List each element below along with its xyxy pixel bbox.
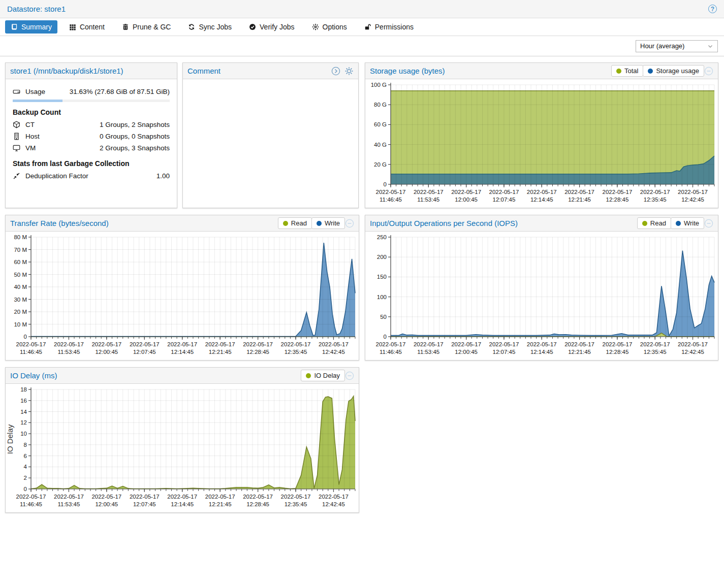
stat-label: VM: [25, 144, 36, 152]
svg-text:2022-05-17: 2022-05-17: [640, 189, 670, 195]
svg-text:12:35:45: 12:35:45: [644, 349, 667, 355]
legend-dot: [642, 221, 647, 226]
svg-text:80 M: 80 M: [14, 234, 27, 240]
svg-text:12:00:45: 12:00:45: [95, 349, 118, 355]
svg-text:2022-05-17: 2022-05-17: [281, 341, 311, 347]
svg-text:12:42:45: 12:42:45: [681, 349, 704, 355]
storage-usage-title: Storage usage (bytes): [370, 67, 445, 75]
transfer-rate-chart: 2022-05-1711:46:452022-05-1711:53:452022…: [6, 232, 359, 360]
svg-text:12:21:45: 12:21:45: [568, 197, 591, 203]
svg-text:2022-05-17: 2022-05-17: [54, 341, 84, 347]
svg-text:20 G: 20 G: [374, 161, 387, 168]
svg-text:12:42:45: 12:42:45: [322, 501, 345, 507]
stat-label: Deduplication Factor: [25, 172, 88, 180]
tab-content[interactable]: Content: [64, 20, 110, 34]
svg-text:60 M: 60 M: [14, 259, 27, 265]
legend-item-write[interactable]: Write: [671, 217, 704, 229]
svg-text:12:07:45: 12:07:45: [493, 197, 516, 203]
svg-text:2022-05-17: 2022-05-17: [678, 341, 708, 347]
help-icon[interactable]: ?: [708, 5, 717, 13]
svg-text:2022-05-17: 2022-05-17: [54, 494, 84, 500]
svg-text:12:28:45: 12:28:45: [606, 197, 629, 203]
svg-text:12:28:45: 12:28:45: [246, 501, 269, 507]
timeframe-select[interactable]: Hour (average): [636, 40, 718, 52]
svg-text:8: 8: [24, 442, 27, 448]
svg-text:2022-05-17: 2022-05-17: [414, 341, 444, 347]
collapse-icon[interactable]: [345, 219, 354, 228]
tab-bar: SummaryContentPrune & GCSync JobsVerify …: [0, 18, 724, 36]
svg-text:0: 0: [384, 334, 387, 340]
svg-text:2022-05-17: 2022-05-17: [640, 341, 670, 347]
svg-text:12:21:45: 12:21:45: [209, 501, 232, 507]
svg-text:2022-05-17: 2022-05-17: [167, 494, 197, 500]
datastore-panel: store1 (/mnt/backup/disk1/store1) Usage …: [5, 62, 177, 208]
collapse-icon[interactable]: [704, 67, 713, 76]
gear-icon[interactable]: [344, 67, 354, 76]
svg-text:2022-05-17: 2022-05-17: [167, 341, 197, 347]
desktop-icon: [13, 144, 20, 152]
svg-text:2022-05-17: 2022-05-17: [414, 189, 444, 195]
stat-row-ct: CT1 Groups, 2 Snapshots: [13, 119, 170, 130]
legend-item-storage-usage[interactable]: Storage usage: [643, 65, 704, 77]
svg-text:70 M: 70 M: [14, 247, 27, 253]
tab-options[interactable]: Options: [306, 20, 353, 34]
legend-item-io-delay[interactable]: IO Delay: [301, 370, 345, 381]
svg-text:2: 2: [24, 475, 27, 481]
storage-usage-panel: Storage usage (bytes) TotalStorage usage…: [365, 62, 718, 208]
svg-text:12:28:45: 12:28:45: [606, 349, 629, 355]
usage-progress-bar: [13, 100, 170, 102]
svg-text:11:46:45: 11:46:45: [380, 197, 402, 203]
svg-text:2022-05-17: 2022-05-17: [91, 341, 121, 347]
svg-text:12:21:45: 12:21:45: [209, 349, 232, 355]
svg-text:2022-05-17: 2022-05-17: [243, 341, 273, 347]
comment-panel-body[interactable]: [183, 79, 358, 208]
svg-text:2022-05-17: 2022-05-17: [376, 189, 406, 195]
svg-text:11:53:45: 11:53:45: [57, 349, 80, 355]
svg-text:12: 12: [20, 419, 27, 426]
collapse-icon[interactable]: [704, 219, 713, 228]
legend-item-total[interactable]: Total: [611, 65, 643, 77]
svg-text:11:46:45: 11:46:45: [20, 349, 42, 355]
svg-text:60 G: 60 G: [374, 121, 387, 127]
svg-text:4: 4: [24, 464, 27, 470]
svg-text:10: 10: [20, 431, 27, 437]
check-circle-icon: [249, 23, 256, 30]
hdd-icon: [13, 88, 21, 96]
legend-item-write[interactable]: Write: [311, 217, 345, 229]
svg-text:11:53:45: 11:53:45: [57, 501, 80, 507]
tab-summary[interactable]: Summary: [5, 20, 57, 34]
tab-verify-jobs[interactable]: Verify Jobs: [243, 20, 300, 34]
svg-text:2022-05-17: 2022-05-17: [678, 189, 708, 195]
svg-text:12:21:45: 12:21:45: [568, 349, 591, 355]
legend-item-read[interactable]: Read: [278, 217, 312, 229]
svg-text:2022-05-17: 2022-05-17: [564, 189, 594, 195]
svg-text:2022-05-17: 2022-05-17: [451, 341, 481, 347]
tab-prune-gc[interactable]: Prune & GC: [116, 20, 176, 34]
tab-sync-jobs[interactable]: Sync Jobs: [182, 20, 237, 34]
legend-item-read[interactable]: Read: [637, 217, 671, 229]
svg-text:11:53:45: 11:53:45: [417, 349, 439, 355]
svg-text:12:00:45: 12:00:45: [455, 349, 478, 355]
svg-text:100 G: 100 G: [371, 82, 387, 88]
datastore-panel-header: store1 (/mnt/backup/disk1/store1): [6, 63, 177, 79]
svg-text:2022-05-17: 2022-05-17: [16, 341, 46, 347]
comment-panel-title: Comment: [187, 67, 221, 75]
sync-icon: [188, 23, 195, 30]
svg-text:2022-05-17: 2022-05-17: [489, 189, 519, 195]
usage-progress-fill: [13, 100, 62, 102]
io-delay-chart: 2022-05-1711:46:452022-05-1711:53:452022…: [6, 384, 359, 512]
svg-text:20 M: 20 M: [14, 309, 27, 315]
unlock-icon: [364, 23, 371, 30]
iops-chart: 2022-05-1711:46:452022-05-1711:53:452022…: [365, 232, 718, 360]
storage-usage-chart: 2022-05-1711:46:452022-05-1711:53:452022…: [365, 79, 718, 208]
legend-dot: [283, 221, 288, 226]
expand-icon[interactable]: [331, 67, 340, 76]
tab-permissions[interactable]: Permissions: [359, 20, 419, 34]
svg-text:14: 14: [20, 409, 27, 415]
comment-panel-header: Comment: [183, 63, 358, 79]
collapse-icon[interactable]: [345, 371, 354, 380]
svg-text:12:35:45: 12:35:45: [285, 349, 307, 355]
svg-text:250: 250: [377, 234, 387, 240]
usage-value: 31.63% (27.68 GiB of 87.51 GiB): [70, 88, 170, 95]
svg-text:50 M: 50 M: [14, 272, 27, 278]
